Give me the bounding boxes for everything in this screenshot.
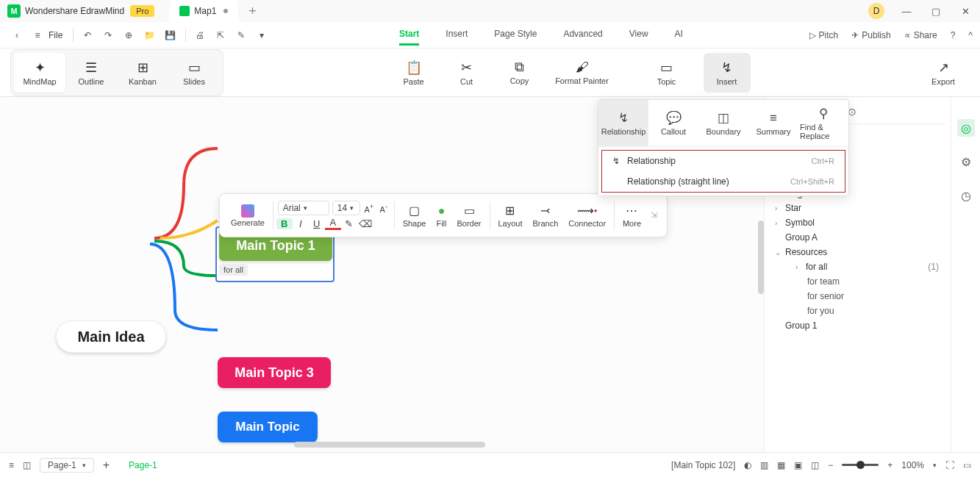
connector-button[interactable]: ⟿●Connector bbox=[563, 202, 611, 229]
cut-button[interactable]: ✂Cut bbox=[443, 53, 490, 93]
add-page-button[interactable]: + bbox=[103, 459, 110, 472]
action2-button[interactable]: ✎ bbox=[232, 26, 251, 45]
font-select[interactable]: Arial▾ bbox=[278, 201, 329, 215]
view-kanban[interactable]: ⊞Kanban bbox=[117, 53, 168, 93]
tab-ai[interactable]: AI bbox=[675, 24, 683, 46]
menu-relationship-straight[interactable]: ↯Relationship (straight line)Ctrl+Shift+… bbox=[602, 171, 845, 192]
tab-insert[interactable]: Insert bbox=[446, 24, 468, 46]
page-selector[interactable]: Page-1▾ bbox=[40, 458, 94, 473]
border-button[interactable]: ▭Border bbox=[452, 202, 487, 229]
maximize-button[interactable]: ▢ bbox=[921, 0, 951, 22]
sb-icon4[interactable]: ▣ bbox=[794, 460, 802, 470]
font-shrink-button[interactable]: A- bbox=[376, 203, 391, 214]
document-tab[interactable]: Map1 bbox=[169, 0, 238, 22]
sb-icon5[interactable]: ◫ bbox=[811, 460, 819, 470]
insert-tab-boundary[interactable]: ◫Boundary bbox=[698, 100, 748, 146]
topic4-node[interactable]: Main Topic bbox=[218, 412, 318, 442]
share-button[interactable]: ∝Share bbox=[904, 30, 937, 40]
insert-tab-summary[interactable]: ≡Summary bbox=[748, 100, 798, 146]
topic3-node[interactable]: Main Topic 3 bbox=[218, 357, 331, 388]
layout-button[interactable]: ⊞Layout bbox=[493, 202, 527, 229]
sb-icon3[interactable]: ▦ bbox=[777, 460, 785, 470]
file-menu[interactable]: File bbox=[49, 30, 62, 40]
sb-outline-icon[interactable]: ≡ bbox=[9, 460, 14, 470]
view-slides[interactable]: ▭Slides bbox=[168, 53, 220, 93]
tab-start[interactable]: Start bbox=[399, 24, 419, 46]
undo-button[interactable]: ↶ bbox=[78, 26, 97, 45]
user-avatar[interactable]: D bbox=[868, 3, 884, 19]
insert-tab-find[interactable]: ⚲Find & Replace bbox=[798, 100, 848, 146]
list-res-forsenior[interactable]: for senior bbox=[775, 289, 946, 304]
collapse-button[interactable]: ^ bbox=[968, 30, 973, 40]
help-button[interactable]: ? bbox=[951, 30, 956, 40]
fill-button[interactable]: ●Fill bbox=[431, 202, 451, 229]
format-painter-button[interactable]: 🖌Format Painter bbox=[549, 53, 615, 93]
size-select[interactable]: 14▾ bbox=[332, 201, 360, 215]
sb-icon2[interactable]: ▥ bbox=[760, 460, 768, 470]
zoom-out-button[interactable]: − bbox=[828, 460, 833, 470]
new-button[interactable]: ⊕ bbox=[119, 26, 138, 45]
format-toolbar: Generate Arial▾ 14▾ A+ A- B I U A ✎ ⌫ ▢S… bbox=[219, 193, 668, 237]
vertical-scrollbar[interactable] bbox=[758, 220, 764, 294]
list-symbol[interactable]: ›Symbol bbox=[775, 215, 946, 230]
tab-advanced[interactable]: Advanced bbox=[563, 24, 602, 46]
insert-button[interactable]: ↯Insert bbox=[704, 53, 751, 93]
topic-button[interactable]: ▭Topic bbox=[643, 53, 690, 93]
more-button[interactable]: ⋯More bbox=[618, 202, 646, 229]
zoom-value[interactable]: 100% bbox=[901, 460, 924, 470]
pitch-button[interactable]: ▷Pitch bbox=[809, 30, 839, 40]
action1-button[interactable]: ⇱ bbox=[211, 26, 230, 45]
copy-button[interactable]: ⧉Copy bbox=[496, 53, 543, 93]
font-color-button[interactable]: A bbox=[325, 217, 341, 230]
insert-tab-callout[interactable]: 💬Callout bbox=[648, 100, 698, 146]
new-tab-button[interactable]: + bbox=[248, 4, 257, 19]
fit-button[interactable]: ▭ bbox=[963, 460, 971, 470]
shape-button[interactable]: ▢Shape bbox=[398, 202, 432, 229]
branch-button[interactable]: ⤙Branch bbox=[527, 202, 563, 229]
tab-pagestyle[interactable]: Page Style bbox=[494, 24, 537, 46]
zoom-in-button[interactable]: + bbox=[887, 460, 893, 470]
list-groupA[interactable]: Group A bbox=[775, 230, 946, 245]
open-button[interactable]: 📁 bbox=[140, 26, 159, 45]
highlight-button[interactable]: ✎ bbox=[341, 218, 357, 229]
rtab-settings-icon[interactable]: ⚙ bbox=[957, 153, 975, 171]
save-button[interactable]: 💾 bbox=[160, 26, 179, 45]
list-group1[interactable]: Group 1 bbox=[775, 318, 946, 333]
redo-button[interactable]: ↷ bbox=[99, 26, 118, 45]
paste-button[interactable]: 📋Paste bbox=[390, 53, 437, 93]
italic-button[interactable]: I bbox=[293, 218, 309, 229]
export-button[interactable]: ↗Export bbox=[920, 53, 967, 93]
sb-icon1[interactable]: ◐ bbox=[744, 460, 751, 470]
bold-button[interactable]: B bbox=[276, 218, 293, 229]
rtab-history-icon[interactable]: ◷ bbox=[957, 187, 975, 204]
root-node[interactable]: Main Idea bbox=[56, 320, 166, 353]
minimize-button[interactable]: — bbox=[892, 0, 921, 22]
pin-button[interactable]: ⇲ bbox=[646, 207, 661, 225]
underline-button[interactable]: U bbox=[309, 218, 325, 229]
horizontal-scrollbar[interactable] bbox=[294, 442, 485, 448]
list-res-foryou[interactable]: for you bbox=[775, 304, 946, 318]
active-page-label[interactable]: Page-1 bbox=[129, 460, 157, 470]
print-button[interactable]: 🖨 bbox=[190, 26, 210, 45]
fullscreen-button[interactable]: ⛶ bbox=[945, 460, 954, 470]
list-res-forall[interactable]: ›for all(1) bbox=[775, 259, 946, 274]
rtab-marker-icon[interactable]: ◎ bbox=[957, 119, 975, 137]
list-res-forteam[interactable]: for team bbox=[775, 274, 946, 289]
view-mindmap[interactable]: ✦MindMap bbox=[14, 53, 65, 93]
generate-button[interactable]: Generate bbox=[226, 203, 270, 229]
list-star[interactable]: ›Star bbox=[775, 201, 946, 215]
view-outline[interactable]: ☰Outline bbox=[65, 53, 117, 93]
list-resources[interactable]: ⌄Resources bbox=[775, 245, 946, 259]
menu-button[interactable]: ≡ bbox=[28, 26, 47, 45]
font-grow-button[interactable]: A+ bbox=[362, 203, 376, 214]
back-button[interactable]: ‹ bbox=[7, 26, 26, 45]
clear-format-button[interactable]: ⌫ bbox=[357, 218, 373, 229]
dropdown-icon[interactable]: ▾ bbox=[252, 26, 271, 45]
insert-tab-relationship[interactable]: ↯Relationship bbox=[598, 100, 648, 146]
zoom-slider[interactable] bbox=[842, 464, 879, 466]
close-button[interactable]: ✕ bbox=[951, 0, 980, 22]
menu-relationship[interactable]: ↯RelationshipCtrl+R bbox=[602, 151, 845, 171]
tab-view[interactable]: View bbox=[629, 24, 648, 46]
publish-button[interactable]: ✈Publish bbox=[851, 30, 890, 40]
sb-sidebar-icon[interactable]: ◫ bbox=[23, 460, 31, 470]
